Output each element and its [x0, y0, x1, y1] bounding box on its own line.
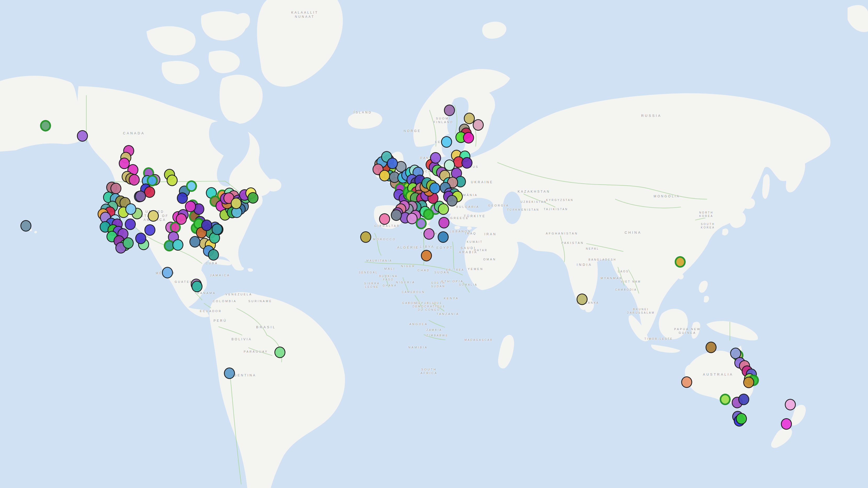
map-marker[interactable]: [781, 418, 792, 430]
map-marker[interactable]: [421, 250, 432, 261]
map-marker[interactable]: [785, 399, 796, 410]
map-marker[interactable]: [176, 213, 187, 225]
map-marker[interactable]: [430, 152, 441, 164]
map-marker[interactable]: [167, 174, 178, 186]
world-map[interactable]: KALAALLIT NUNAATCANADARUSSIAUNITED STATE…: [0, 0, 868, 488]
map-marker[interactable]: [135, 233, 146, 244]
map-marker[interactable]: [462, 157, 472, 169]
map-marker[interactable]: [148, 210, 159, 222]
map-marker[interactable]: [173, 239, 183, 251]
map-marker[interactable]: [185, 201, 196, 212]
map-marker[interactable]: [247, 192, 258, 204]
map-marker[interactable]: [208, 249, 219, 261]
map-marker[interactable]: [463, 132, 474, 143]
map-marker[interactable]: [446, 195, 458, 206]
map-marker[interactable]: [274, 347, 285, 358]
map-markers: [0, 0, 868, 488]
map-marker[interactable]: [743, 377, 754, 388]
map-marker[interactable]: [706, 341, 716, 353]
map-marker[interactable]: [379, 170, 390, 182]
map-marker[interactable]: [77, 130, 88, 142]
map-marker[interactable]: [145, 224, 155, 236]
map-marker[interactable]: [391, 209, 402, 221]
map-marker[interactable]: [441, 136, 452, 148]
map-marker[interactable]: [424, 228, 435, 240]
map-marker[interactable]: [186, 181, 197, 192]
map-marker[interactable]: [21, 220, 31, 232]
map-marker[interactable]: [681, 377, 692, 388]
map-marker[interactable]: [416, 218, 427, 229]
map-marker[interactable]: [191, 281, 203, 292]
map-marker[interactable]: [224, 367, 235, 379]
map-marker[interactable]: [577, 294, 588, 305]
map-marker[interactable]: [675, 256, 686, 268]
map-marker[interactable]: [135, 191, 146, 202]
map-marker[interactable]: [429, 183, 440, 194]
map-marker[interactable]: [438, 217, 450, 228]
map-marker[interactable]: [125, 219, 136, 230]
map-marker[interactable]: [444, 104, 455, 116]
map-marker[interactable]: [129, 174, 140, 186]
map-marker[interactable]: [720, 394, 731, 405]
map-marker[interactable]: [40, 120, 51, 131]
map-marker[interactable]: [736, 413, 747, 424]
map-marker[interactable]: [111, 183, 121, 194]
map-marker[interactable]: [379, 213, 390, 225]
map-marker[interactable]: [387, 158, 398, 169]
map-marker[interactable]: [473, 119, 484, 131]
map-marker[interactable]: [438, 203, 449, 215]
map-marker[interactable]: [423, 208, 434, 220]
map-marker[interactable]: [162, 267, 173, 279]
map-marker[interactable]: [438, 231, 448, 243]
map-marker[interactable]: [177, 192, 188, 204]
map-marker[interactable]: [201, 220, 212, 231]
map-marker[interactable]: [123, 237, 134, 249]
map-marker[interactable]: [125, 203, 136, 215]
map-marker[interactable]: [231, 198, 242, 209]
map-marker[interactable]: [738, 394, 749, 405]
map-marker[interactable]: [360, 231, 371, 243]
map-marker[interactable]: [212, 224, 223, 235]
